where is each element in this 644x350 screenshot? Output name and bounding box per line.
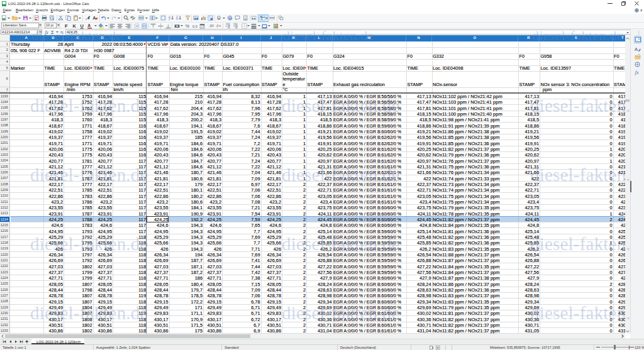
svg-text:17: 17 bbox=[201, 25, 205, 28]
svg-text:0,0: 0,0 bbox=[192, 25, 197, 28]
svg-text:A: A bbox=[176, 18, 178, 21]
svg-text:,00: ,00 bbox=[209, 24, 213, 28]
svg-text:%: % bbox=[185, 23, 189, 29]
svg-text:A: A bbox=[93, 16, 96, 20]
svg-text:Ω: Ω bbox=[217, 15, 221, 21]
svg-text:A: A bbox=[87, 23, 91, 28]
svg-text:Z: Z bbox=[169, 18, 170, 21]
svg-text:A: A bbox=[635, 46, 638, 52]
svg-text:,0: ,0 bbox=[216, 24, 218, 28]
